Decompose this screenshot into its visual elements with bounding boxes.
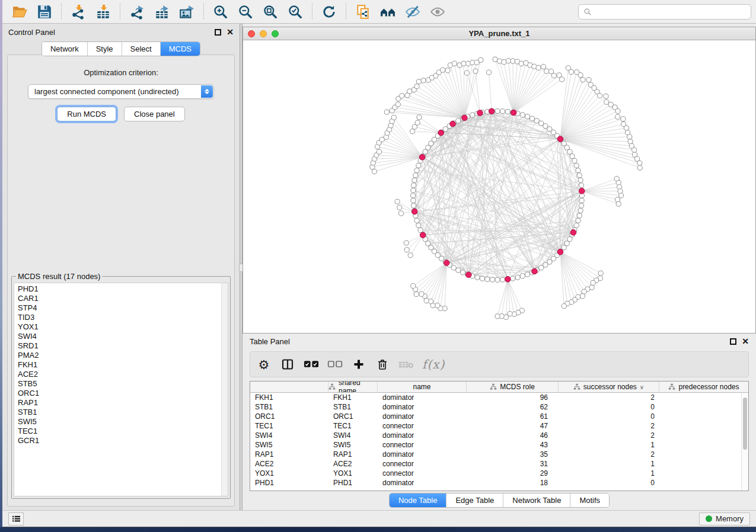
control-panel-close-icon[interactable]: ✕ <box>227 29 234 36</box>
mcds-list-scrollbar[interactable] <box>221 283 228 496</box>
run-mcds-button[interactable]: Run MCDS <box>57 107 116 121</box>
table-tab[interactable]: Edge Table <box>446 493 503 507</box>
mcds-result-item[interactable]: FKH1 <box>18 360 228 370</box>
mcds-result-item[interactable]: SRD1 <box>18 341 228 351</box>
control-panel-tab[interactable]: MCDS <box>161 42 200 56</box>
cell-successor-nodes: 35 <box>467 450 559 459</box>
import-table-button[interactable] <box>93 2 113 21</box>
save-session-button[interactable] <box>34 2 55 21</box>
task-history-button[interactable] <box>8 512 24 525</box>
delete-column-button[interactable] <box>375 357 390 372</box>
control-panel-tab[interactable]: Select <box>122 42 161 56</box>
export-image-button[interactable] <box>177 2 197 21</box>
mcds-result-item[interactable]: SWI4 <box>18 332 228 341</box>
criterion-selected-value: largest connected component (undirected) <box>34 87 179 96</box>
network-canvas[interactable] <box>243 40 755 333</box>
show-all-icon <box>430 4 445 20</box>
mcds-result-item[interactable]: STB1 <box>18 408 228 417</box>
select-all-button[interactable] <box>304 357 319 372</box>
table-tab[interactable]: Network Table <box>503 493 570 507</box>
table-scrollbar[interactable] <box>741 393 748 491</box>
settings-gear-button[interactable]: ⚙ <box>256 357 272 372</box>
mcds-result-list[interactable]: PHD1CAR1STP4TID3YOX1SWI4SRD1PMA2FKH1ACE2… <box>14 283 228 496</box>
zoom-fit-button[interactable] <box>260 2 280 21</box>
criterion-select[interactable]: largest connected component (undirected) <box>28 84 214 99</box>
table-scrollbar-thumb[interactable] <box>743 398 747 450</box>
refresh-button[interactable] <box>319 2 339 21</box>
zoom-in-button[interactable] <box>210 2 231 21</box>
table-row[interactable]: SWI4 SWI4 dominator 46 2 <box>250 431 741 440</box>
column-header[interactable]: name ∨ <box>378 382 467 392</box>
control-panel-tab[interactable]: Style <box>88 42 122 56</box>
table-panel-title: Table Panel <box>250 337 290 346</box>
split-columns-button[interactable] <box>280 357 295 372</box>
table-panel-float-icon[interactable] <box>730 338 736 345</box>
cell-shared-name: ORC1 <box>250 412 328 421</box>
window-maximize-icon[interactable] <box>272 30 279 37</box>
table-row[interactable]: ACE2 ACE2 connector 31 1 <box>250 459 741 469</box>
close-panel-button[interactable]: Close panel <box>124 107 185 121</box>
cell-predecessor-nodes: 2 <box>559 393 659 402</box>
open-file-button[interactable] <box>9 2 30 21</box>
mcds-result-item[interactable]: TID3 <box>18 313 228 322</box>
search-input[interactable] <box>595 7 746 16</box>
export-network-button[interactable] <box>127 2 147 21</box>
export-table-button[interactable] <box>152 2 172 21</box>
column-type-icon <box>490 383 497 390</box>
table-row[interactable]: TEC1 TEC1 connector 47 2 <box>250 421 741 431</box>
cell-mcds-role: connector <box>378 422 467 430</box>
table-tab[interactable]: Node Table <box>390 493 447 507</box>
add-column-button[interactable] <box>351 357 366 372</box>
mcds-result-item[interactable]: SWI5 <box>18 417 228 427</box>
column-header[interactable]: MCDS role ∨ <box>467 382 559 392</box>
mcds-result-item[interactable]: CAR1 <box>18 294 228 303</box>
mcds-result-item[interactable]: TEC1 <box>18 427 228 436</box>
table-panel-close-icon[interactable]: ✕ <box>742 338 749 345</box>
column-header-label: shared name <box>339 382 377 392</box>
mcds-result-item[interactable]: ACE2 <box>18 370 228 379</box>
cell-successor-nodes: 47 <box>467 422 559 430</box>
window-minimize-icon[interactable] <box>260 30 267 37</box>
control-panel-float-icon[interactable] <box>215 29 221 36</box>
table-row[interactable]: RAP1 RAP1 dominator 35 2 <box>250 450 741 459</box>
column-header-label: successor nodes <box>583 383 637 391</box>
table-row[interactable]: FKH1 FKH1 dominator 96 2 <box>250 393 741 402</box>
houses-button[interactable] <box>378 2 398 21</box>
control-panel-tab[interactable]: Network <box>42 42 88 56</box>
cell-shared-name: YOX1 <box>250 469 328 477</box>
column-header[interactable]: predecessor nodes ∨ <box>659 382 748 392</box>
cell-name: ACE2 <box>328 460 378 468</box>
table-tab[interactable]: Motifs <box>570 493 609 507</box>
memory-button[interactable]: Memory <box>699 512 750 525</box>
window-close-icon[interactable] <box>248 30 255 37</box>
mcds-result-item[interactable]: GCR1 <box>18 436 228 446</box>
mcds-result-item[interactable]: STP4 <box>18 303 228 313</box>
show-all-button[interactable] <box>428 2 448 21</box>
table-row[interactable]: YOX1 YOX1 connector 29 1 <box>250 469 741 478</box>
mcds-result-item[interactable]: YOX1 <box>18 322 228 332</box>
cell-name: YOX1 <box>328 469 378 477</box>
mcds-result-item[interactable]: STB5 <box>18 379 228 389</box>
import-network-button[interactable] <box>68 2 88 21</box>
node-table: shared name ∨ name ∨ MCDS role ∨ <box>250 381 749 491</box>
mcds-result-item[interactable]: ORC1 <box>18 389 228 398</box>
deselect-all-button[interactable] <box>327 357 343 372</box>
table-row[interactable]: PHD1 PHD1 dominator 18 0 <box>250 478 741 488</box>
mcds-result-item[interactable]: RAP1 <box>18 398 228 408</box>
table-row[interactable]: SWI5 SWI5 connector 43 1 <box>250 440 741 450</box>
column-header[interactable]: successor nodes ∨ <box>559 382 659 392</box>
split-columns-icon <box>282 358 294 370</box>
clone-network-button[interactable] <box>353 2 373 21</box>
hide-selected-button[interactable] <box>403 2 423 21</box>
zoom-out-button[interactable] <box>235 2 256 21</box>
mcds-result-item[interactable]: PHD1 <box>18 284 228 294</box>
network-canvas-svg[interactable] <box>243 40 755 333</box>
column-header[interactable]: shared name ∨ <box>328 382 378 392</box>
table-row[interactable]: ORC1 ORC1 dominator 61 0 <box>250 412 741 421</box>
table-row[interactable]: STB1 STB1 dominator 62 0 <box>250 402 741 412</box>
optimization-criterion-label: Optimization criterion: <box>8 68 234 77</box>
mcds-result-item[interactable]: PMA2 <box>18 351 228 360</box>
zoom-selected-button[interactable] <box>285 2 305 21</box>
cell-shared-name: TEC1 <box>250 422 328 430</box>
cell-shared-name: ACE2 <box>250 460 328 468</box>
